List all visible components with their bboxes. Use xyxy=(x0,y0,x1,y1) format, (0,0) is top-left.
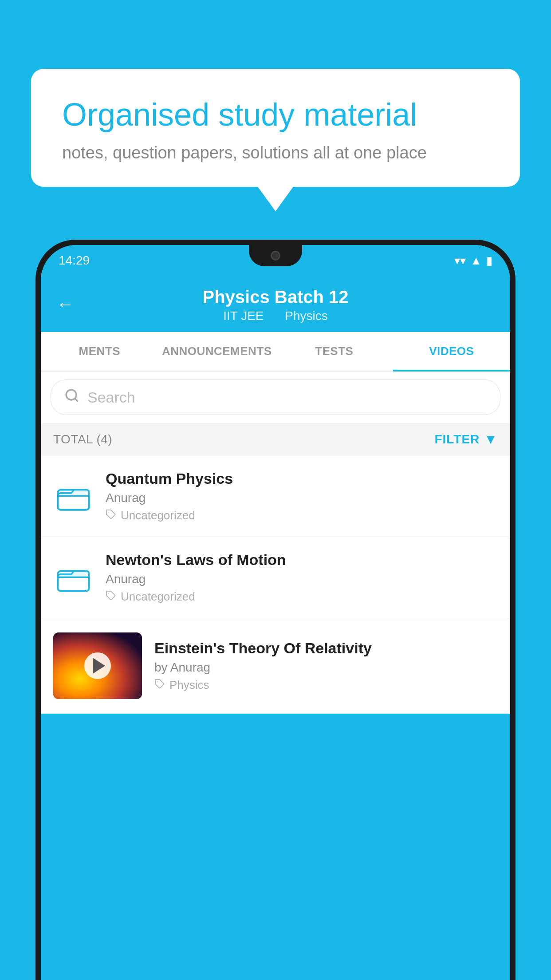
folder-icon xyxy=(53,560,93,595)
phone-side-button-left-1 xyxy=(35,315,36,340)
status-icons: ▾▾ ▲ ▮ xyxy=(454,254,492,268)
app-content: Search TOTAL (4) FILTER ▼ xyxy=(41,371,510,714)
video-title: Quantum Physics xyxy=(106,470,498,487)
video-tag: Uncategorized xyxy=(106,509,498,522)
play-button[interactable] xyxy=(84,652,111,679)
app-header: ← Physics Batch 12 IIT JEE Physics xyxy=(41,276,510,332)
wifi-icon: ▾▾ xyxy=(454,254,466,268)
tab-announcements[interactable]: ANNOUNCEMENTS xyxy=(158,332,276,371)
tab-ments[interactable]: MENTS xyxy=(41,332,158,371)
header-category: IIT JEE xyxy=(223,309,264,323)
status-bar: 14:29 ▾▾ ▲ ▮ xyxy=(41,245,510,276)
video-tag: Physics xyxy=(154,678,498,692)
svg-line-1 xyxy=(75,399,78,401)
camera xyxy=(271,251,280,261)
search-bar: Search xyxy=(41,371,510,423)
tab-tests[interactable]: TESTS xyxy=(276,332,393,371)
filter-row: TOTAL (4) FILTER ▼ xyxy=(41,423,510,456)
header-subject: Physics xyxy=(285,309,327,323)
battery-icon: ▮ xyxy=(486,254,492,268)
search-icon xyxy=(64,388,79,407)
tag-icon xyxy=(154,679,165,692)
list-item[interactable]: Quantum Physics Anurag Uncategorized xyxy=(41,456,510,537)
video-info: Newton's Laws of Motion Anurag Uncategor… xyxy=(106,551,498,604)
video-title: Newton's Laws of Motion xyxy=(106,551,498,569)
video-info: Quantum Physics Anurag Uncategorized xyxy=(106,470,498,522)
video-author: Anurag xyxy=(106,491,498,505)
back-button[interactable]: ← xyxy=(56,294,74,314)
search-input-wrapper[interactable]: Search xyxy=(51,379,500,415)
page-title: Physics Batch 12 xyxy=(56,287,495,307)
filter-label: FILTER xyxy=(434,432,480,447)
video-tag: Uncategorized xyxy=(106,590,498,604)
phone-side-button-left-2 xyxy=(35,348,36,373)
signal-icon: ▲ xyxy=(470,254,482,268)
video-author: Anurag xyxy=(106,572,498,586)
video-list: Quantum Physics Anurag Uncategorized xyxy=(41,456,510,714)
list-item[interactable]: Einstein's Theory Of Relativity by Anura… xyxy=(41,618,510,714)
filter-icon: ▼ xyxy=(484,432,498,447)
folder-icon xyxy=(53,478,93,514)
filter-button[interactable]: FILTER ▼ xyxy=(434,432,498,447)
tab-videos[interactable]: VIDEOS xyxy=(393,332,511,371)
tag-icon xyxy=(106,590,116,604)
speech-bubble: Organised study material notes, question… xyxy=(31,69,520,187)
status-time: 14:29 xyxy=(59,253,90,268)
search-placeholder: Search xyxy=(87,389,135,406)
video-thumbnail xyxy=(53,632,142,699)
total-count: TOTAL (4) xyxy=(53,432,112,447)
header-subtitle: IIT JEE Physics xyxy=(56,309,495,323)
list-item[interactable]: Newton's Laws of Motion Anurag Uncategor… xyxy=(41,537,510,618)
speech-bubble-subtitle: notes, question papers, solutions all at… xyxy=(62,143,489,162)
notch xyxy=(249,245,302,266)
tag-icon xyxy=(106,509,116,522)
play-icon xyxy=(93,658,105,674)
video-title: Einstein's Theory Of Relativity xyxy=(154,640,498,657)
phone-screen: 14:29 ▾▾ ▲ ▮ ← Physics Batch 12 IIT JEE … xyxy=(41,245,510,980)
speech-bubble-title: Organised study material xyxy=(62,95,489,134)
video-author: by Anurag xyxy=(154,660,498,675)
phone-side-button-right xyxy=(515,328,516,364)
video-info: Einstein's Theory Of Relativity by Anura… xyxy=(154,640,498,692)
phone-frame: 14:29 ▾▾ ▲ ▮ ← Physics Batch 12 IIT JEE … xyxy=(35,240,516,980)
tabs: MENTS ANNOUNCEMENTS TESTS VIDEOS xyxy=(41,332,510,371)
